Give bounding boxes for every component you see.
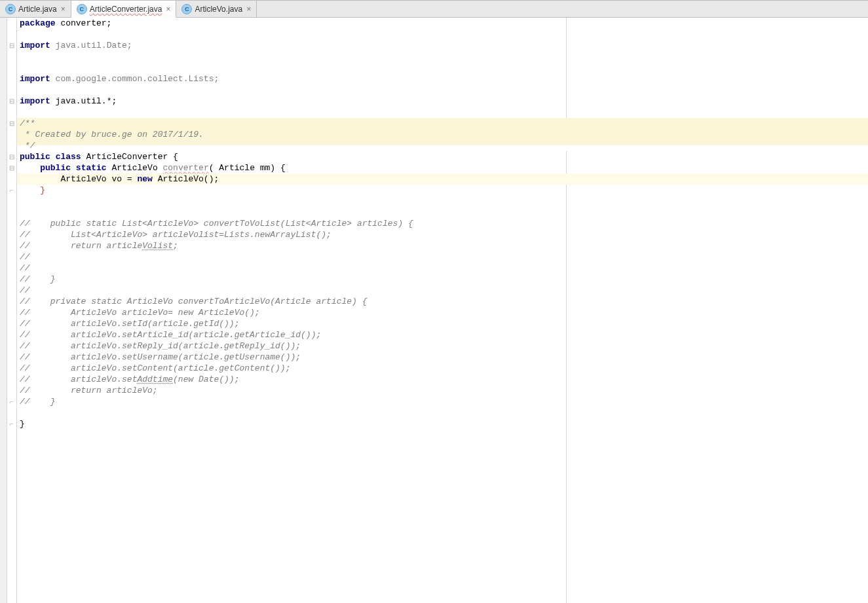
tab-label: Article.java: [18, 5, 57, 14]
code-line[interactable]: [17, 62, 868, 73]
code-line[interactable]: */: [17, 140, 868, 151]
code-line[interactable]: [17, 51, 868, 62]
editor: package converter; import java.util.Date…: [0, 18, 868, 603]
code-line[interactable]: package converter;: [17, 18, 868, 29]
fold-icon[interactable]: [8, 42, 16, 50]
code-line[interactable]: // ArticleVo articleVo= new ArticleVo();: [17, 307, 868, 318]
code-line[interactable]: [17, 84, 868, 96]
tab-article-converter[interactable]: C ArticleConverter.java ×: [71, 1, 177, 18]
code-line[interactable]: //: [17, 263, 868, 274]
code-line[interactable]: // return articleVo;: [17, 385, 868, 396]
code-line[interactable]: // }: [17, 274, 868, 285]
code-line[interactable]: * Created by bruce.ge on 2017/1/19.: [17, 129, 868, 140]
class-icon: C: [181, 4, 192, 14]
code-line[interactable]: import java.util.*;: [17, 96, 868, 107]
code-line[interactable]: import com.google.common.collect.Lists;: [17, 73, 868, 84]
fold-icon[interactable]: [8, 98, 16, 105]
code-line[interactable]: }: [17, 185, 868, 196]
fold-gutter[interactable]: [7, 18, 17, 603]
code-line[interactable]: // return articleVolist;: [17, 240, 868, 251]
close-icon[interactable]: ×: [60, 5, 67, 13]
code-line[interactable]: // articleVo.setContent(article.getConte…: [17, 363, 868, 374]
code-line[interactable]: // public static List<ArticleVo> convert…: [17, 218, 868, 229]
code-line[interactable]: // articleVo.setId(article.getId());: [17, 318, 868, 329]
code-line[interactable]: // articleVo.setReply_id(article.getRepl…: [17, 340, 868, 352]
tab-article[interactable]: C Article.java ×: [0, 1, 71, 17]
code-line[interactable]: }: [17, 418, 868, 429]
editor-tab-bar: C Article.java × C ArticleConverter.java…: [0, 0, 868, 18]
fold-end-icon[interactable]: [8, 187, 16, 194]
tab-article-vo[interactable]: C ArticleVo.java ×: [176, 1, 257, 17]
code-line[interactable]: [17, 107, 868, 118]
code-line[interactable]: import java.util.Date;: [17, 40, 868, 51]
code-line[interactable]: public class ArticleConverter {: [17, 151, 868, 162]
code-line[interactable]: // articleVo.setArticle_id(article.getAr…: [17, 329, 868, 340]
code-line[interactable]: // articleVo.setUsername(article.getUser…: [17, 352, 868, 363]
code-line[interactable]: // articleVo.setAddtime(new Date());: [17, 374, 868, 385]
code-line[interactable]: /**: [17, 118, 868, 129]
code-line[interactable]: ArticleVo vo = new ArticleVo();: [17, 174, 868, 185]
fold-icon[interactable]: [8, 164, 16, 172]
fold-icon[interactable]: [8, 153, 16, 161]
close-icon[interactable]: ×: [164, 5, 172, 13]
tab-label: ArticleConverter.java: [90, 5, 162, 14]
fold-end-icon[interactable]: [8, 420, 16, 428]
code-line[interactable]: [17, 196, 868, 207]
fold-icon[interactable]: [8, 120, 16, 128]
fold-end-icon[interactable]: [8, 398, 16, 406]
code-line[interactable]: //: [17, 251, 868, 263]
code-line[interactable]: // }: [17, 396, 868, 407]
code-line[interactable]: public static ArticleVo converter( Artic…: [17, 162, 868, 174]
code-line[interactable]: // private static ArticleVo convertToArt…: [17, 296, 868, 307]
code-line[interactable]: [17, 207, 868, 218]
code-area[interactable]: package converter; import java.util.Date…: [17, 18, 868, 603]
tab-label: ArticleVo.java: [195, 5, 242, 14]
code-line[interactable]: // List<ArticleVo> articleVolist=Lists.n…: [17, 229, 868, 240]
code-line[interactable]: [17, 29, 868, 40]
class-icon: C: [5, 4, 16, 14]
close-icon[interactable]: ×: [245, 5, 252, 13]
code-line[interactable]: //: [17, 285, 868, 296]
class-icon: C: [77, 4, 87, 14]
left-gutter-strip: [0, 18, 7, 603]
code-line[interactable]: [17, 407, 868, 418]
